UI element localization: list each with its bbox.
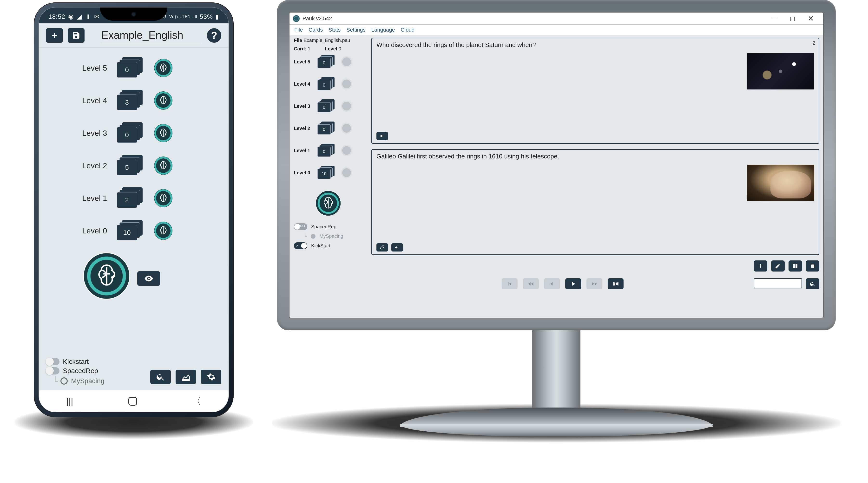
- d-level-3-brain-button[interactable]: [341, 101, 352, 112]
- level-0-stack[interactable]: 10: [117, 220, 145, 242]
- whatsapp-icon: ◉: [68, 13, 74, 21]
- card-label: Card:: [294, 46, 306, 51]
- play-button[interactable]: [565, 278, 581, 289]
- study-all-button[interactable]: [83, 253, 130, 300]
- status-time: 18:52: [49, 13, 65, 21]
- menu-cards[interactable]: Cards: [309, 27, 323, 33]
- question-index: 2: [813, 40, 815, 46]
- level-1-label: Level 1: [76, 194, 107, 203]
- phone-screen: 18:52 ◉ ◢ ⏸ ✉ ≋ Vo)) LTE1 .ıll 53% ▮ Exa…: [38, 7, 229, 413]
- nav-back-icon[interactable]: 〈: [192, 395, 201, 407]
- d-level-3-stack[interactable]: 0: [317, 100, 336, 113]
- answer-pane: Galileo Galilei first observed the rings…: [371, 149, 819, 255]
- phone-notch: [100, 7, 167, 21]
- level-3-label: Level 3: [76, 129, 107, 138]
- first-button[interactable]: [502, 278, 518, 289]
- kickstart-toggle[interactable]: [46, 358, 60, 365]
- level-5-stack[interactable]: 0: [117, 57, 145, 79]
- d-kickstart-label: KickStart: [311, 243, 331, 249]
- level-2-stack[interactable]: 5: [117, 155, 145, 176]
- d-add-button[interactable]: [754, 260, 767, 272]
- d-kickstart-toggle[interactable]: [294, 243, 307, 249]
- question-image: [747, 53, 814, 89]
- maximize-button[interactable]: ▢: [783, 14, 802, 23]
- level-number: 0: [339, 46, 341, 51]
- message-icon: ✉: [94, 13, 100, 21]
- answer-image: [747, 165, 814, 201]
- answer-link-button[interactable]: [376, 243, 388, 252]
- battery-icon: ▮: [215, 13, 219, 21]
- nav-recent-icon[interactable]: |||: [66, 396, 73, 406]
- d-level-1-stack[interactable]: 0: [317, 144, 336, 157]
- menu-file[interactable]: File: [294, 27, 303, 33]
- level-3-brain-button[interactable]: [154, 124, 173, 142]
- level-4-stack[interactable]: 3: [117, 90, 145, 111]
- battery-label: 53%: [200, 13, 213, 21]
- menu-stats[interactable]: Stats: [329, 27, 341, 33]
- d-level-5-stack[interactable]: 0: [317, 55, 336, 68]
- save-button[interactable]: [68, 28, 85, 43]
- level-5-label: Level 5: [76, 64, 107, 73]
- d-level-1-label: Level 1: [294, 148, 312, 153]
- last-button[interactable]: [608, 278, 624, 289]
- level-2-brain-button[interactable]: [154, 157, 173, 175]
- d-myspacing-radio[interactable]: [311, 234, 315, 239]
- d-level-4-label: Level 4: [294, 81, 312, 87]
- phone-title[interactable]: Example_English: [101, 28, 202, 43]
- pause-icon: ⏸: [85, 13, 91, 21]
- desktop-window: Pauk v2.542 — ▢ ✕ File Cards Stats Setti…: [289, 12, 824, 318]
- add-button[interactable]: [46, 28, 63, 43]
- level-0-brain-button[interactable]: [154, 222, 173, 240]
- menubar: File Cards Stats Settings Language Cloud: [289, 25, 823, 35]
- d-level-4-brain-button[interactable]: [341, 78, 352, 89]
- d-search-input[interactable]: [754, 278, 802, 288]
- d-level-2-stack[interactable]: 0: [317, 121, 336, 135]
- d-level-0-stack[interactable]: 10: [317, 166, 336, 179]
- phone-topbar: Example_English ?: [39, 23, 228, 48]
- d-level-2-brain-button[interactable]: [341, 123, 352, 134]
- menu-cloud[interactable]: Cloud: [401, 27, 414, 33]
- preview-button[interactable]: [137, 271, 160, 286]
- myspacing-radio[interactable]: [60, 377, 68, 385]
- search-button[interactable]: [150, 370, 171, 384]
- d-level-3-label: Level 3: [294, 104, 312, 109]
- level-4-label: Level 4: [76, 96, 107, 105]
- d-grid-button[interactable]: [788, 260, 802, 272]
- help-button[interactable]: ?: [207, 28, 221, 43]
- d-level-0-brain-button[interactable]: [341, 167, 352, 178]
- chart-button[interactable]: [176, 370, 196, 384]
- settings-button[interactable]: [201, 370, 221, 384]
- prev-button[interactable]: [544, 278, 560, 289]
- fastfwd-button[interactable]: [586, 278, 602, 289]
- d-delete-button[interactable]: [806, 260, 819, 272]
- answer-audio-button[interactable]: [391, 243, 403, 252]
- monitor-device: Pauk v2.542 — ▢ ✕ File Cards Stats Setti…: [277, 0, 836, 330]
- d-level-1-brain-button[interactable]: [341, 145, 352, 156]
- d-spacedrep-toggle[interactable]: [294, 223, 307, 230]
- menu-settings[interactable]: Settings: [346, 27, 366, 33]
- kickstart-label: Kickstart: [63, 358, 89, 366]
- rewind-button[interactable]: [523, 278, 539, 289]
- level-1-stack[interactable]: 2: [117, 187, 145, 209]
- close-button[interactable]: ✕: [802, 14, 820, 23]
- level-2-label: Level 2: [76, 161, 107, 170]
- d-level-4-stack[interactable]: 0: [317, 77, 336, 91]
- minimize-button[interactable]: —: [765, 14, 783, 23]
- d-level-0-label: Level 0: [294, 170, 312, 175]
- d-level-5-label: Level 5: [294, 59, 312, 65]
- d-level-5-brain-button[interactable]: [341, 56, 352, 67]
- d-study-all-button[interactable]: [315, 191, 341, 216]
- d-search-button[interactable]: [806, 278, 819, 289]
- level-label: Level: [325, 46, 337, 51]
- level-4-brain-button[interactable]: [154, 91, 173, 110]
- myspacing-label: MySpacing: [71, 377, 104, 385]
- level-3-stack[interactable]: 0: [117, 122, 145, 144]
- nav-home-icon[interactable]: [128, 397, 137, 406]
- level-1-brain-button[interactable]: [154, 189, 173, 207]
- d-edit-button[interactable]: [771, 260, 785, 272]
- question-text: Who discovered the rings of the planet S…: [376, 41, 742, 85]
- spacedrep-toggle[interactable]: [46, 367, 60, 374]
- level-5-brain-button[interactable]: [154, 59, 173, 77]
- question-audio-button[interactable]: [376, 132, 388, 140]
- menu-language[interactable]: Language: [371, 27, 395, 33]
